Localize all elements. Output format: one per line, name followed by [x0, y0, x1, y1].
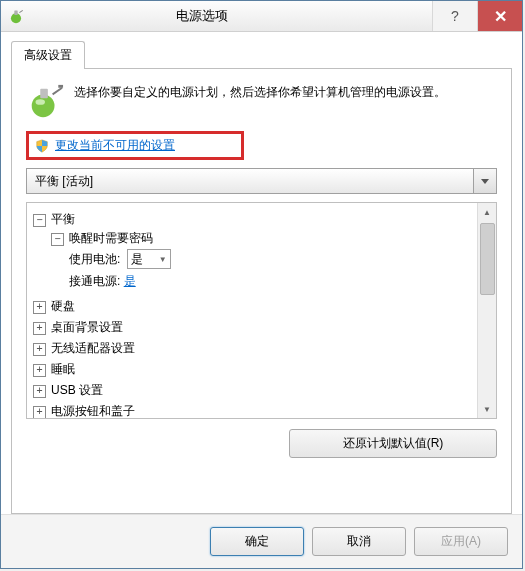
shield-icon — [35, 139, 49, 153]
power-plan-icon — [26, 83, 64, 121]
expand-icon[interactable]: + — [33, 364, 46, 377]
expand-icon[interactable]: + — [33, 385, 46, 398]
dialog-footer: 确定 取消 应用(A) — [1, 514, 522, 568]
chevron-down-icon — [473, 169, 496, 193]
svg-rect-4 — [40, 89, 48, 99]
svg-rect-1 — [14, 10, 17, 15]
tree-node-hard-disk[interactable]: +硬盘 — [33, 296, 473, 317]
intro-text: 选择你要自定义的电源计划，然后选择你希望计算机管理的电源设置。 — [74, 83, 497, 121]
tree-node-wake-password[interactable]: −唤醒时需要密码 使用电池: 是 ▼ — [51, 228, 473, 294]
tab-strip: 高级设置 — [11, 40, 512, 68]
expand-icon[interactable]: + — [33, 301, 46, 314]
restore-row: 还原计划默认值(R) — [26, 429, 497, 458]
svg-point-3 — [36, 99, 46, 105]
svg-rect-5 — [58, 85, 63, 88]
power-plan-icon — [7, 7, 25, 25]
help-button[interactable]: ? — [432, 1, 477, 31]
settings-tree[interactable]: −平衡 −唤醒时需要密码 使用电池: 是 — [27, 203, 477, 418]
tree-node-sleep[interactable]: +睡眠 — [33, 359, 473, 380]
close-button[interactable]: ✕ — [477, 1, 522, 31]
power-options-dialog: 电源选项 ? ✕ 高级设置 选择你要自定义的电源计划，然后选择你希望计算机管理的… — [0, 0, 523, 569]
titlebar-buttons: ? ✕ — [432, 1, 522, 31]
titlebar-title: 电源选项 — [31, 7, 432, 25]
expand-icon[interactable]: + — [33, 343, 46, 356]
scrollbar[interactable]: ▲ ▼ — [477, 203, 496, 418]
tree-node-plugged-in[interactable]: 接通电源: 是 — [69, 271, 473, 292]
power-plan-select[interactable]: 平衡 [活动] — [26, 168, 497, 194]
expand-icon[interactable]: + — [33, 322, 46, 335]
titlebar: 电源选项 ? ✕ — [1, 1, 522, 32]
settings-tree-container: −平衡 −唤醒时需要密码 使用电池: 是 — [26, 202, 497, 419]
tree-node-on-battery[interactable]: 使用电池: 是 ▼ — [69, 247, 473, 271]
change-unavailable-link[interactable]: 更改当前不可用的设置 — [55, 137, 175, 154]
tree-node-power-buttons-lid[interactable]: +电源按钮和盖子 — [33, 401, 473, 418]
dialog-body: 高级设置 选择你要自定义的电源计划，然后选择你希望计算机管理的电源设置。 更改当… — [1, 32, 522, 514]
collapse-icon[interactable]: − — [51, 233, 64, 246]
change-unavailable-wrap: 更改当前不可用的设置 — [26, 131, 497, 168]
collapse-icon[interactable]: − — [33, 214, 46, 227]
tree-node-wireless-adapter[interactable]: +无线适配器设置 — [33, 338, 473, 359]
intro-row: 选择你要自定义的电源计划，然后选择你希望计算机管理的电源设置。 — [26, 83, 497, 121]
restore-defaults-button[interactable]: 还原计划默认值(R) — [289, 429, 497, 458]
on-battery-value: 是 — [131, 251, 143, 268]
scroll-down-icon[interactable]: ▼ — [478, 400, 496, 418]
apply-button[interactable]: 应用(A) — [414, 527, 508, 556]
plugged-in-value[interactable]: 是 — [124, 274, 136, 288]
tab-page: 选择你要自定义的电源计划，然后选择你希望计算机管理的电源设置。 更改当前不可用的… — [11, 68, 512, 514]
ok-button[interactable]: 确定 — [210, 527, 304, 556]
on-battery-value-select[interactable]: 是 ▼ — [127, 249, 171, 269]
scroll-up-icon[interactable]: ▲ — [478, 203, 496, 221]
scrollbar-thumb[interactable] — [480, 223, 495, 295]
tree-node-desktop-background[interactable]: +桌面背景设置 — [33, 317, 473, 338]
cancel-button[interactable]: 取消 — [312, 527, 406, 556]
chevron-down-icon: ▼ — [159, 255, 167, 264]
tab-advanced-settings[interactable]: 高级设置 — [11, 41, 85, 69]
power-plan-select-value: 平衡 [活动] — [27, 173, 473, 190]
expand-icon[interactable]: + — [33, 406, 46, 418]
tree-node-usb-settings[interactable]: +USB 设置 — [33, 380, 473, 401]
tree-node-balanced[interactable]: −平衡 −唤醒时需要密码 使用电池: 是 — [33, 209, 473, 296]
